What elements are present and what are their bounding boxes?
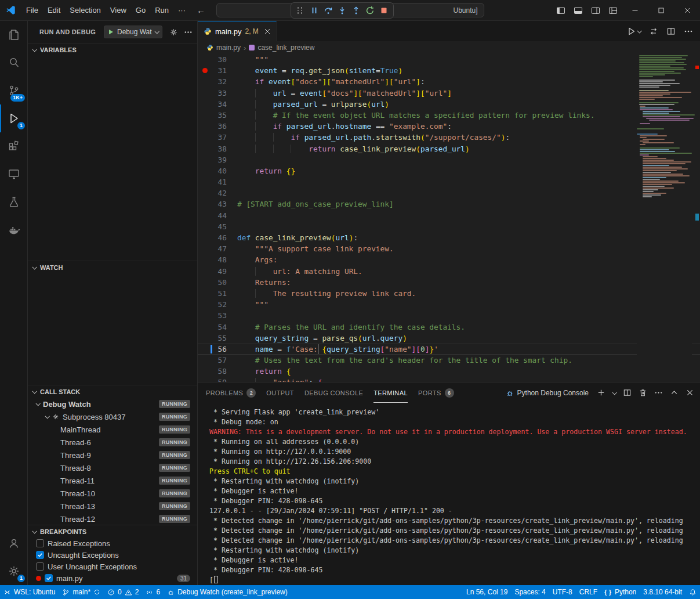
code-line[interactable]: 51 The resulting preview link card. (198, 288, 700, 299)
breadcrumb-symbol[interactable]: case_link_preview (257, 44, 314, 52)
code-line[interactable]: 46def case_link_preview(url): (198, 232, 700, 243)
explorer-icon[interactable] (0, 21, 28, 49)
glyph-margin[interactable] (198, 355, 212, 366)
glyph-margin[interactable] (198, 221, 212, 232)
kill-terminal-icon[interactable] (639, 388, 647, 397)
minimize-button[interactable] (622, 0, 648, 20)
call-stack-item[interactable]: Thread-9RUNNING (28, 449, 197, 461)
problems-status[interactable]: 0 2 (104, 585, 142, 599)
testing-icon[interactable] (0, 188, 28, 216)
terminal-dropdown-chevron-icon[interactable] (612, 390, 616, 395)
toggle-secondary-sidebar-icon[interactable] (587, 0, 604, 20)
code-line[interactable]: 34 parsed_url = urlparse(url) (198, 99, 700, 110)
glyph-margin[interactable] (198, 154, 212, 165)
launch-settings-gear-icon[interactable] (169, 28, 178, 37)
code-line[interactable]: 56 name = f'Case: {query_string["name"][… (198, 344, 700, 355)
step-over-button[interactable] (322, 4, 334, 17)
split-editor-icon[interactable] (666, 27, 676, 36)
code-line[interactable]: 40 return {} (198, 165, 700, 176)
code-line[interactable]: 39 (198, 154, 700, 165)
glyph-margin[interactable] (198, 99, 212, 110)
variables-section-header[interactable]: VARIABLES (28, 43, 197, 56)
source-control-icon[interactable]: 1K+ (0, 77, 28, 104)
close-window-button[interactable] (674, 0, 700, 20)
accounts-icon[interactable] (0, 529, 28, 557)
menu-view[interactable]: View (106, 4, 131, 16)
breakpoint-checkbox[interactable] (36, 551, 44, 559)
extensions-icon[interactable] (0, 132, 28, 160)
glyph-margin[interactable] (198, 288, 212, 299)
customize-layout-icon[interactable] (604, 0, 622, 20)
breadcrumb-file[interactable]: main.py (216, 44, 241, 52)
run-and-debug-icon[interactable]: 1 (0, 104, 28, 132)
code-line[interactable]: 48 Args: (198, 254, 700, 265)
open-changes-icon[interactable] (649, 27, 658, 36)
branch-status[interactable]: main* (59, 585, 104, 599)
call-stack-item[interactable]: Thread-13RUNNING (28, 500, 197, 513)
code-line[interactable]: 45 (198, 221, 700, 232)
code-line[interactable]: 58 return { (198, 366, 700, 377)
eol-status[interactable]: CRLF (576, 585, 601, 599)
docker-icon[interactable] (0, 216, 28, 244)
code-line[interactable]: 49 url: A matching URL. (198, 266, 700, 277)
menu-selection[interactable]: Selection (65, 4, 105, 16)
code-line[interactable]: 33 url = event["docs"]["matchedUrl"]["ur… (198, 88, 700, 99)
terminal-output[interactable]: * Serving Flask app 'create_link_preview… (198, 403, 700, 585)
glyph-margin[interactable] (198, 266, 212, 277)
code-line[interactable]: 42 (198, 187, 700, 199)
glyph-margin[interactable] (198, 344, 212, 355)
code-line[interactable]: 37 if parsed_url.path.startswith("/suppo… (198, 132, 700, 143)
code-line[interactable]: 47 """A support case link preview. (198, 243, 700, 254)
glyph-margin[interactable] (198, 65, 212, 76)
back-button[interactable]: ← (191, 5, 211, 15)
breakpoint-item[interactable]: main.py31 (28, 572, 197, 584)
glyph-margin[interactable] (198, 187, 212, 199)
encoding-status[interactable]: UTF-8 (549, 585, 576, 599)
code-line[interactable]: 41 (198, 176, 700, 187)
glyph-margin[interactable] (198, 88, 212, 99)
notifications-bell[interactable] (686, 585, 700, 599)
call-stack-item[interactable]: Thread-8RUNNING (28, 461, 197, 474)
toggle-panel-icon[interactable] (570, 0, 587, 20)
panel-tab-output[interactable]: OUTPUT (266, 383, 294, 403)
debug-status[interactable]: Debug Watch (create_link_preview) (164, 585, 291, 599)
code-line[interactable]: 31 event = req.get_json(silent=True) (198, 65, 700, 76)
call-stack-item[interactable]: Thread-10RUNNING (28, 487, 197, 500)
glyph-margin[interactable] (198, 243, 212, 254)
code-line[interactable]: 38 return case_link_preview(parsed_url) (198, 143, 700, 154)
remote-indicator[interactable]: WSL: Ubuntu (0, 585, 59, 599)
code-line[interactable]: 36 if parsed_url.hostname == "example.co… (198, 121, 700, 132)
stop-button[interactable] (378, 4, 390, 17)
glyph-margin[interactable] (198, 143, 212, 154)
glyph-margin[interactable] (198, 165, 212, 176)
breakpoint-checkbox[interactable] (45, 574, 53, 582)
call-stack-item[interactable]: Thread-12RUNNING (28, 513, 197, 525)
menu-overflow[interactable]: ··· (173, 4, 190, 16)
glyph-margin[interactable] (198, 121, 212, 132)
code-line[interactable]: 52 """ (198, 299, 700, 310)
glyph-margin[interactable] (198, 277, 212, 288)
code-line[interactable]: 57 # Uses the text from the card's heade… (198, 355, 700, 366)
editor-more-actions-icon[interactable] (684, 27, 693, 36)
new-terminal-icon[interactable] (597, 388, 605, 397)
breakpoint-checkbox[interactable] (36, 539, 44, 547)
search-icon[interactable] (0, 49, 28, 77)
glyph-margin[interactable] (198, 366, 212, 377)
views-more-actions-icon[interactable] (184, 28, 193, 37)
menu-edit[interactable]: Edit (43, 4, 65, 16)
glyph-margin[interactable] (198, 54, 212, 65)
code-line[interactable]: 55 query_string = parse_qs(url.query) (198, 333, 700, 344)
watch-section-header[interactable]: WATCH (28, 261, 197, 273)
maximize-panel-icon[interactable] (670, 388, 679, 397)
call-stack-item[interactable]: MainThreadRUNNING (28, 423, 197, 436)
call-stack-item[interactable]: Thread-6RUNNING (28, 436, 197, 449)
debug-config-dropdown[interactable]: Debug Wat (104, 26, 162, 38)
tab-close-icon[interactable] (264, 28, 270, 34)
call-stack-section-header[interactable]: CALL STACK (28, 385, 197, 398)
panel-more-actions-icon[interactable] (654, 388, 663, 397)
breakpoints-section-header[interactable]: BREAKPOINTS (28, 525, 197, 537)
code-line[interactable]: 53 (198, 310, 700, 321)
close-panel-icon[interactable] (686, 388, 694, 397)
language-status[interactable]: { } Python (601, 585, 640, 599)
call-stack-item[interactable]: Thread-11RUNNING (28, 474, 197, 487)
